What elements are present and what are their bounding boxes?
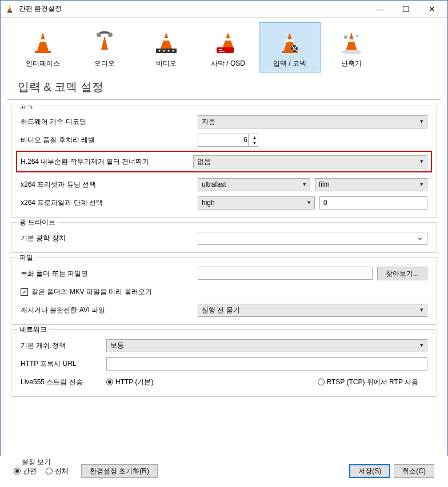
mkv-preload-checkbox[interactable]: ✓ 같은 폴더의 MKV 파일을 미리 불러오기 bbox=[21, 287, 152, 297]
group-codec-title: 코덱 bbox=[17, 106, 35, 111]
proxy-input[interactable] bbox=[106, 357, 427, 371]
footer-bar: 설정 보기 간편 전체 환경설정 초기화(R) 저장(S) 취소(C) bbox=[0, 456, 448, 487]
svg-rect-1 bbox=[7, 11, 12, 13]
tab-input-codec-label: 입덱 / 코넥 bbox=[273, 59, 306, 69]
h264-loopfilter-label: H.264 내부순환 깍두기제거 필터 건너뛰기 bbox=[21, 157, 193, 167]
cache-label: 기본 캐쉬 정책 bbox=[21, 341, 106, 351]
svg-point-8 bbox=[159, 50, 161, 52]
group-optical: 광 드라이브 기본 광학 장치 bbox=[11, 222, 437, 253]
tab-audio-label: 오디오 bbox=[94, 59, 115, 69]
group-optical-title: 광 드라이브 bbox=[17, 218, 58, 227]
page-heading: 입력 & 코덱 설정 bbox=[7, 73, 441, 100]
tab-subtitles[interactable]: 사막 / OSD bbox=[197, 22, 259, 73]
svg-rect-14 bbox=[219, 49, 222, 50]
avi-combo[interactable]: 실행 전 묻기 bbox=[198, 304, 427, 317]
tab-hotkeys-label: 난축기 bbox=[341, 59, 362, 69]
hw-decode-combo[interactable]: 자동 bbox=[198, 115, 427, 128]
radio-unchecked-icon bbox=[46, 468, 53, 474]
svg-rect-21 bbox=[347, 39, 355, 42]
optical-device-label: 기본 광학 장치 bbox=[21, 234, 198, 243]
browse-button[interactable]: 찾아보기... bbox=[377, 267, 427, 280]
radio-rtsp-tcp[interactable]: RTSP (TCP) 위에서 RTP 사용 bbox=[318, 377, 418, 387]
svg-point-4 bbox=[97, 33, 101, 37]
svg-rect-15 bbox=[219, 51, 225, 52]
radio-http-default[interactable]: HTTP (기본) bbox=[106, 377, 153, 387]
postproc-label: 비디오 품질 후처리 레벨 bbox=[21, 135, 198, 145]
video-cone-icon bbox=[153, 29, 180, 57]
x264-level-input[interactable]: 0 bbox=[319, 196, 427, 210]
svg-point-9 bbox=[163, 50, 165, 52]
svg-rect-16 bbox=[286, 39, 294, 42]
h264-loopfilter-highlight: H.264 내부순환 깍두기제거 필터 건너뛰기 없음 bbox=[16, 151, 432, 172]
minimize-button[interactable]: — bbox=[366, 1, 393, 17]
svg-point-22 bbox=[341, 50, 362, 54]
radio-unchecked-icon bbox=[318, 379, 325, 385]
tab-hotkeys[interactable]: 난축기 bbox=[321, 22, 382, 73]
svg-point-23 bbox=[344, 35, 347, 39]
x264-preset-label: x264 프리셋과 튜닝 선택 bbox=[21, 180, 198, 190]
checkbox-checked-icon: ✓ bbox=[21, 288, 28, 296]
close-button[interactable]: ✕ bbox=[419, 1, 445, 17]
x264-preset-combo[interactable]: ultrafast bbox=[198, 178, 310, 191]
h264-loopfilter-combo[interactable]: 없음 bbox=[193, 155, 427, 168]
tab-input-codec[interactable]: 입덱 / 코넥 bbox=[259, 22, 321, 73]
spin-up-icon[interactable]: ▲ bbox=[253, 135, 257, 139]
postproc-spinner[interactable]: 6 ▲ ▼ bbox=[198, 134, 258, 147]
spin-down-icon[interactable]: ▼ bbox=[253, 141, 257, 145]
tab-subtitles-label: 사막 / OSD bbox=[211, 59, 245, 69]
group-file-title: 파일 bbox=[17, 253, 35, 263]
svg-point-10 bbox=[168, 50, 170, 52]
svg-rect-0 bbox=[8, 7, 11, 8]
svg-rect-3 bbox=[35, 51, 51, 53]
radio-checked-icon bbox=[106, 379, 113, 385]
x264-profile-label: x264 프로파일과 단계 선택 bbox=[21, 198, 198, 208]
tab-audio[interactable]: 오디오 bbox=[74, 22, 135, 73]
save-button[interactable]: 저장(S) bbox=[349, 464, 390, 478]
radio-checked-icon bbox=[14, 468, 21, 474]
svg-point-11 bbox=[173, 50, 174, 52]
audio-cone-icon bbox=[91, 29, 118, 57]
settings-view-label: 설정 보기 bbox=[22, 457, 51, 467]
svg-rect-13 bbox=[217, 47, 234, 53]
group-file: 파일 녹화 폴더 또는 파일명 찾아보기... ✓ 같은 폴더의 MKV 파일을… bbox=[11, 257, 437, 325]
interface-cone-icon bbox=[29, 29, 57, 57]
cancel-button[interactable]: 취소(C) bbox=[394, 464, 434, 478]
group-network: 네트워크 기본 캐쉬 정책 보통 HTTP 프록시 URL Live555 스트… bbox=[11, 329, 437, 397]
live555-label: Live555 스트림 전송 bbox=[21, 377, 106, 387]
radio-simple[interactable]: 간편 bbox=[14, 466, 37, 476]
hw-decode-label: 하드웨어 가속 디코딩 bbox=[21, 117, 198, 127]
cache-combo[interactable]: 보통 bbox=[106, 339, 427, 352]
maximize-button[interactable]: ☐ bbox=[393, 1, 419, 17]
mkv-preload-label: 같은 폴더의 MKV 파일을 미리 불러오기 bbox=[31, 287, 152, 297]
hotkey-cone-icon bbox=[338, 29, 365, 57]
group-network-title: 네트워크 bbox=[17, 325, 49, 335]
radio-all[interactable]: 전체 bbox=[46, 466, 69, 476]
tab-interface[interactable]: 인터페이스 bbox=[12, 22, 74, 73]
proxy-label: HTTP 프록시 URL bbox=[21, 359, 106, 369]
tab-interface-label: 인터페이스 bbox=[26, 59, 60, 69]
codec-cone-icon bbox=[276, 29, 303, 57]
group-codec: 코덱 하드웨어 가속 디코딩 자동 비디오 품질 후처리 레벨 6 ▲ ▼ H.… bbox=[11, 106, 437, 218]
svg-point-24 bbox=[356, 35, 358, 37]
reset-button[interactable]: 환경설정 초기화(R) bbox=[81, 464, 158, 478]
x264-tune-combo[interactable]: film bbox=[315, 178, 427, 191]
x264-profile-combo[interactable]: high bbox=[198, 196, 315, 210]
optical-device-combo[interactable] bbox=[198, 232, 427, 245]
svg-rect-12 bbox=[224, 38, 232, 41]
vlc-logo-icon bbox=[5, 5, 14, 14]
record-folder-label: 녹화 폴더 또는 파일명 bbox=[21, 269, 198, 279]
subtitle-cone-icon bbox=[214, 29, 242, 57]
svg-rect-2 bbox=[39, 39, 47, 42]
svg-rect-6 bbox=[162, 38, 170, 41]
avi-label: 깨지거나 불완전한 AVI 파일 bbox=[21, 305, 198, 315]
tab-video[interactable]: 비디오 bbox=[135, 22, 197, 73]
window-title: 간편 환경설정 bbox=[19, 4, 366, 14]
category-tabs: 인터페이스 오디오 비디오 사막 / OSD 입덱 / 코넥 난축기 bbox=[1, 18, 447, 73]
record-folder-input[interactable] bbox=[198, 267, 373, 280]
svg-point-5 bbox=[108, 33, 113, 37]
titlebar: 간편 환경설정 — ☐ ✕ bbox=[1, 1, 447, 18]
tab-video-label: 비디오 bbox=[156, 59, 177, 69]
